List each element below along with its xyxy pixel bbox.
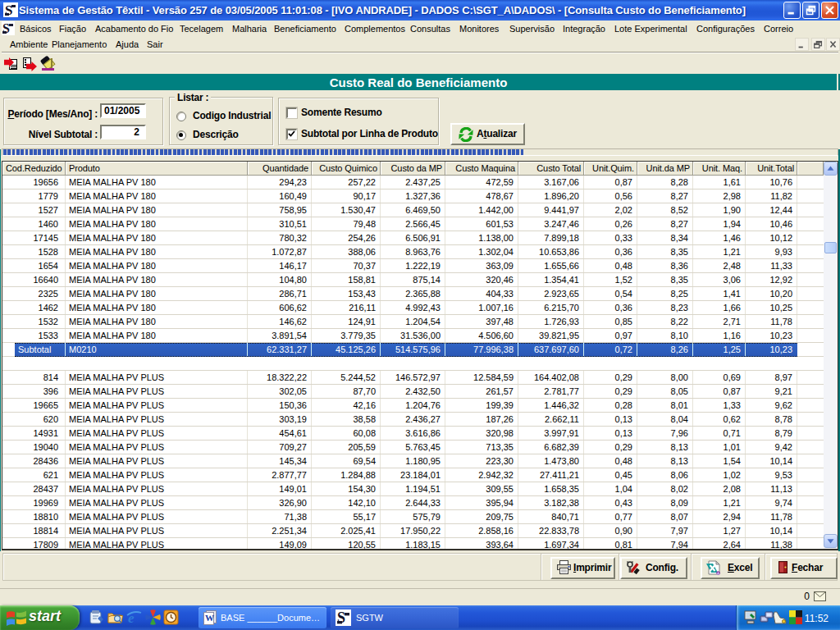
svg-text:W: W [205,613,214,623]
